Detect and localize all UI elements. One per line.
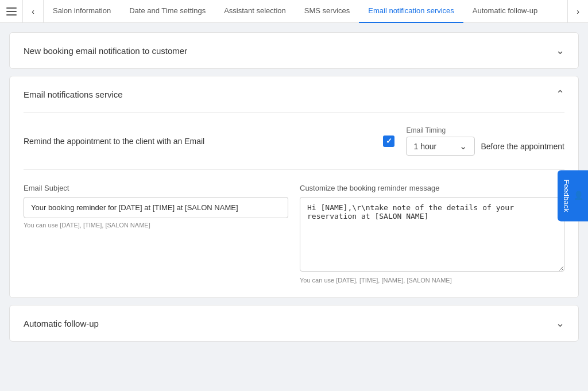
chevron-right-icon: › [577, 7, 579, 16]
tab-assistant-selection[interactable]: Assistant selection [215, 0, 295, 23]
tab-email-notification-services[interactable]: Email notification services [359, 0, 463, 23]
reminder-message-hint: You can use [DATE], [TIME], [NAME], [SAL… [300, 277, 564, 284]
before-appointment-text: Before the appointment [481, 142, 564, 151]
hamburger-menu-button[interactable] [0, 0, 23, 23]
tab-date-time-settings[interactable]: Date and Time settings [120, 0, 215, 23]
email-subject-label: Email Subject [24, 184, 288, 192]
automatic-followup-chevron-down-icon: ⌄ [556, 317, 564, 330]
tab-automatic-follow-up[interactable]: Automatic follow-up [463, 0, 547, 23]
reminder-timing: Email Timing 1 hour ⌄ Before the appoint… [406, 126, 564, 156]
form-row: Email Subject You can use [DATE], [TIME]… [24, 184, 564, 284]
new-booking-section-title: New booking email notification to custom… [24, 46, 187, 56]
reminder-message-textarea[interactable]: Hi [NAME],\r\ntake note of the details o… [300, 197, 564, 272]
automatic-followup-section-title: Automatic follow-up [24, 319, 99, 328]
email-service-section-title: Email notifications service [24, 90, 123, 99]
automatic-followup-section: Automatic follow-up ⌄ [9, 305, 579, 342]
email-service-section: Email notifications service ⌃ Remind the… [9, 76, 579, 298]
reminder-label-text: Remind the appointment to the client wit… [24, 137, 372, 146]
nav-forward-button[interactable]: › [567, 0, 588, 23]
reminder-checkbox-container [383, 136, 394, 147]
reminder-row: Remind the appointment to the client wit… [24, 126, 564, 170]
new-booking-section: New booking email notification to custom… [9, 32, 579, 69]
timing-select-dropdown[interactable]: 1 hour ⌄ [406, 137, 475, 156]
chevron-left-icon: ‹ [32, 7, 34, 16]
feedback-icon: 👤 [574, 191, 583, 200]
email-service-chevron-up-icon: ⌃ [556, 88, 564, 100]
feedback-label: Feedback [562, 179, 571, 212]
reminder-message-col: Customize the booking reminder message H… [300, 184, 564, 284]
email-service-section-header[interactable]: Email notifications service ⌃ [10, 76, 578, 112]
nav-tabs: Salon information Date and Time settings… [44, 0, 567, 23]
nav-back-button[interactable]: ‹ [23, 0, 44, 23]
feedback-button[interactable]: 👤 Feedback [558, 170, 588, 221]
automatic-followup-section-header[interactable]: Automatic follow-up ⌄ [10, 305, 578, 341]
new-booking-section-header[interactable]: New booking email notification to custom… [10, 33, 578, 68]
tab-sms-services[interactable]: SMS services [295, 0, 359, 23]
email-service-body: Remind the appointment to the client wit… [10, 113, 578, 297]
email-subject-input[interactable] [24, 197, 288, 218]
email-subject-col: Email Subject You can use [DATE], [TIME]… [24, 184, 288, 284]
email-timing-label: Email Timing [406, 126, 446, 134]
new-booking-chevron-down-icon: ⌄ [556, 44, 564, 57]
tab-salon-information[interactable]: Salon information [44, 0, 120, 23]
timing-select-value: 1 hour [413, 142, 436, 151]
top-navigation: ‹ Salon information Date and Time settin… [0, 0, 588, 23]
reminder-checkbox[interactable] [383, 136, 394, 147]
timing-chevron-down-icon: ⌄ [459, 141, 467, 152]
main-content: New booking email notification to custom… [0, 23, 588, 358]
hamburger-icon [6, 7, 17, 16]
reminder-message-label: Customize the booking reminder message [300, 184, 564, 192]
email-subject-hint: You can use [DATE], [TIME], [SALON NAME] [24, 222, 288, 229]
timing-row: 1 hour ⌄ Before the appointment [406, 137, 564, 156]
